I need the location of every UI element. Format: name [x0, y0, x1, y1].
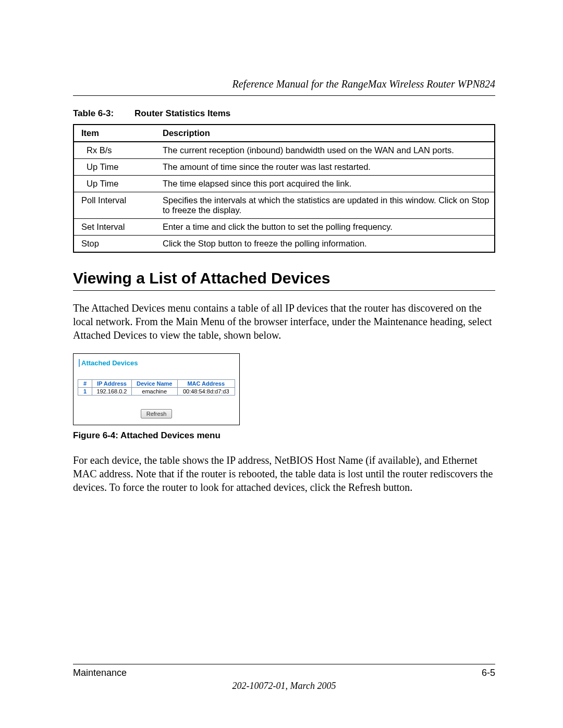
stats-th-desc: Description: [158, 125, 495, 142]
section-para-1: The Attached Devices menu contains a tab…: [73, 301, 495, 342]
table-row: Set IntervalEnter a time and click the b…: [74, 219, 495, 236]
table-row: Poll IntervalSpecifies the intervals at …: [74, 192, 495, 219]
section-para-2: For each device, the table shows the IP …: [73, 453, 495, 494]
dev-th-mac: MAC Address: [177, 380, 235, 388]
stats-cell-desc: The current reception (inbound) bandwidt…: [158, 142, 495, 159]
table-caption-title: Router Statistics Items: [134, 108, 230, 118]
footer-page: 6-5: [482, 668, 495, 678]
attached-devices-title: Attached Devices: [79, 359, 234, 367]
refresh-button[interactable]: Refresh: [141, 409, 173, 418]
stats-cell-item: Poll Interval: [74, 192, 158, 219]
table-row: Up TimeThe time elapsed since this port …: [74, 176, 495, 192]
attached-devices-table: # IP Address Device Name MAC Address 119…: [78, 379, 235, 396]
table-row: Rx B/sThe current reception (inbound) ba…: [74, 142, 495, 159]
stats-cell-desc: The time elapsed since this port acquire…: [158, 176, 495, 192]
stats-cell-item: Up Time: [74, 176, 158, 192]
stats-table: Item Description Rx B/sThe current recep…: [73, 124, 495, 253]
table-row: StopClick the Stop button to freeze the …: [74, 236, 495, 253]
stats-cell-item: Up Time: [74, 159, 158, 176]
stats-th-item: Item: [74, 125, 158, 142]
table-caption-prefix: Table 6-3:: [73, 108, 114, 118]
stats-cell-desc: Click the Stop button to freeze the poll…: [158, 236, 495, 253]
dev-cell-ip: 192.168.0.2: [92, 388, 132, 396]
stats-cell-desc: Enter a time and click the button to set…: [158, 219, 495, 236]
stats-cell-item: Stop: [74, 236, 158, 253]
dev-th-ip: IP Address: [92, 380, 132, 388]
dev-cell-num: 1: [78, 388, 92, 396]
page-footer: Maintenance 6-5 202-10072-01, March 2005: [73, 664, 495, 692]
figure-caption: Figure 6-4: Attached Devices menu: [73, 430, 495, 441]
section-heading: Viewing a List of Attached Devices: [73, 269, 495, 287]
footer-docinfo: 202-10072-01, March 2005: [73, 681, 495, 692]
dev-cell-name: emachine: [131, 388, 177, 396]
dev-cell-mac: 00:48:54:8d:d7:d3: [177, 388, 235, 396]
attached-devices-figure: Attached Devices # IP Address Device Nam…: [73, 353, 240, 425]
footer-section: Maintenance: [73, 668, 127, 678]
table-row: Up TimeThe amount of time since the rout…: [74, 159, 495, 176]
stats-cell-item: Set Interval: [74, 219, 158, 236]
stats-cell-item: Rx B/s: [74, 142, 158, 159]
dev-th-num: #: [78, 380, 92, 388]
table-row: 1192.168.0.2emachine00:48:54:8d:d7:d3: [78, 388, 235, 396]
stats-cell-desc: Specifies the intervals at which the sta…: [158, 192, 495, 219]
header-rule: [73, 95, 495, 96]
document-title: Reference Manual for the RangeMax Wirele…: [73, 78, 495, 90]
stats-cell-desc: The amount of time since the router was …: [158, 159, 495, 176]
section-rule: [73, 290, 495, 291]
dev-th-name: Device Name: [131, 380, 177, 388]
table-caption: Table 6-3:Router Statistics Items: [73, 108, 495, 119]
